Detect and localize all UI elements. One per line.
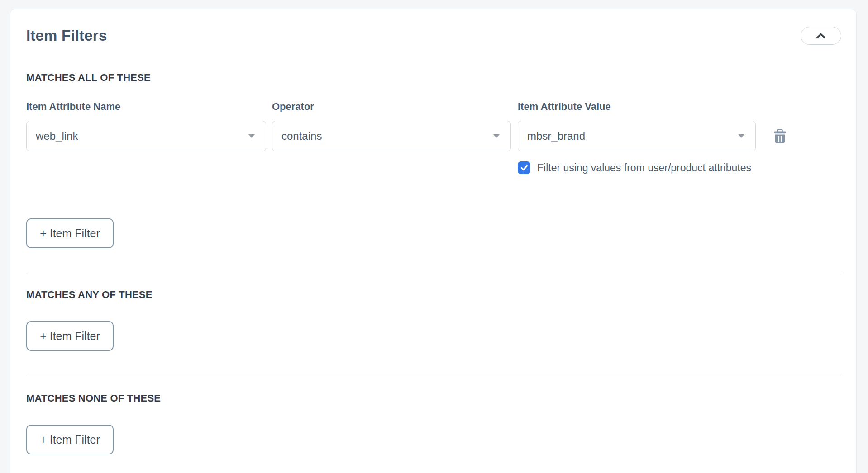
item-attribute-value-select[interactable]: mbsr_brand (518, 121, 756, 151)
filter-values-checkbox-row: Filter using values from user/product at… (518, 161, 756, 174)
operator-value: contains (281, 130, 322, 142)
caret-down-icon (248, 134, 255, 138)
filter-values-checkbox-label: Filter using values from user/product at… (537, 162, 751, 174)
operator-label: Operator (272, 101, 511, 112)
caret-down-icon (738, 134, 744, 138)
item-attribute-name-column: Item Attribute Name web_link (26, 101, 266, 174)
operator-select[interactable]: contains (272, 121, 511, 151)
chevron-up-icon (816, 33, 826, 39)
item-attribute-name-label: Item Attribute Name (26, 101, 266, 112)
caret-down-icon (493, 134, 500, 138)
page-background: Item Filters MATCHES ALL OF THESE Item A… (0, 0, 868, 473)
item-attribute-value-label: Item Attribute Value (518, 101, 756, 112)
item-filter-row: Item Attribute Name web_link Operator co… (26, 101, 841, 174)
trash-icon (774, 129, 786, 143)
item-attribute-name-select[interactable]: web_link (26, 121, 266, 151)
add-item-filter-button-none[interactable]: + Item Filter (26, 425, 114, 454)
section-divider (26, 376, 841, 376)
section-divider (26, 273, 841, 273)
item-filters-card: Item Filters MATCHES ALL OF THESE Item A… (10, 9, 857, 473)
section-header-matches-any: MATCHES ANY OF THESE (26, 290, 841, 300)
section-header-matches-all: MATCHES ALL OF THESE (26, 73, 841, 83)
card-header: Item Filters (26, 27, 841, 45)
item-attribute-value-value: mbsr_brand (527, 130, 585, 142)
section-header-matches-none: MATCHES NONE OF THESE (26, 393, 841, 403)
item-attribute-name-value: web_link (36, 130, 78, 142)
operator-column: Operator contains (272, 101, 511, 174)
checkmark-icon (520, 165, 528, 171)
item-attribute-value-column: Item Attribute Value mbsr_brand Filter u… (518, 101, 756, 174)
delete-filter-button[interactable] (773, 129, 786, 144)
collapse-button[interactable] (801, 27, 841, 45)
add-item-filter-button-any[interactable]: + Item Filter (26, 321, 114, 351)
filter-values-checkbox[interactable] (518, 161, 530, 174)
page-title: Item Filters (26, 27, 107, 45)
add-item-filter-button-all[interactable]: + Item Filter (26, 218, 114, 248)
